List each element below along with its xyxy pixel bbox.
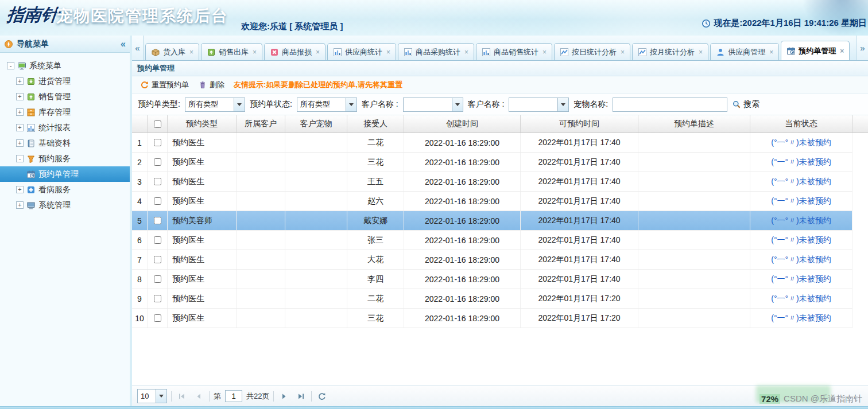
table-row-10[interactable]: 10预约医生三花2022-01-16 18:29:002022年01月17日 1… bbox=[132, 309, 852, 328]
page-size-combobox[interactable]: 10 bbox=[137, 389, 167, 403]
tab-close-icon[interactable]: × bbox=[769, 48, 773, 56]
clock-area: 现在是:2022年1月16日 19:41:26 星期日 bbox=[702, 18, 867, 29]
tab-close-icon[interactable]: × bbox=[699, 48, 703, 56]
tree-item-reports[interactable]: +统计报表 bbox=[0, 120, 130, 135]
tab-scroll-right-button[interactable]: » bbox=[857, 36, 868, 60]
row-checkbox[interactable] bbox=[154, 256, 161, 263]
reset-icon bbox=[140, 80, 149, 89]
collapse-sidebar-button[interactable]: « bbox=[121, 39, 126, 49]
tree-item-sales[interactable]: +销售管理 bbox=[0, 89, 130, 104]
tab-close-icon[interactable]: × bbox=[542, 48, 547, 56]
tree-item-purchase[interactable]: +进货管理 bbox=[0, 73, 130, 89]
row-checkbox[interactable] bbox=[154, 197, 161, 205]
search-button[interactable]: 搜索 bbox=[732, 99, 760, 110]
table-row-6[interactable]: 6预约医生张三2022-01-16 18:29:002022年01月17日 17… bbox=[132, 231, 852, 250]
tab-close-icon[interactable]: × bbox=[386, 48, 390, 56]
tab-9[interactable]: 供应商管理× bbox=[710, 43, 779, 60]
tree-item-system[interactable]: +系统管理 bbox=[0, 197, 130, 213]
funnel-icon bbox=[26, 154, 36, 163]
tab-8[interactable]: 按月统计分析× bbox=[632, 43, 708, 60]
tab-10[interactable]: 预约单管理× bbox=[781, 41, 850, 60]
table-row-7[interactable]: 7预约医生大花2022-01-16 18:29:002022年01月17日 17… bbox=[132, 250, 852, 270]
tab-3[interactable]: 商品报损× bbox=[264, 43, 326, 60]
cell-rownum: 5 bbox=[132, 211, 148, 230]
system-icon bbox=[26, 201, 36, 210]
watermark: 72% CSDN @乐道指南针 bbox=[760, 394, 862, 404]
tree-toggle-icon[interactable]: + bbox=[16, 124, 24, 131]
tree-toggle-icon[interactable]: + bbox=[16, 108, 24, 116]
tab-1[interactable]: 货入库× bbox=[145, 43, 199, 60]
combo-arrow-icon[interactable] bbox=[452, 98, 463, 111]
row-checkbox[interactable] bbox=[154, 314, 161, 322]
customer-name-2-combobox[interactable] bbox=[509, 98, 569, 112]
pet-name-input[interactable] bbox=[613, 98, 727, 112]
tree-toggle-icon[interactable]: - bbox=[16, 155, 24, 162]
table-row-8[interactable]: 8预约医生李四2022-01-16 18:29:002022年01月17日 17… bbox=[132, 270, 852, 289]
delete-button[interactable]: 删除 bbox=[195, 79, 228, 91]
tree-item-clinic[interactable]: +看病服务 bbox=[0, 182, 130, 197]
next-page-button[interactable] bbox=[278, 390, 290, 403]
prev-page-button[interactable] bbox=[192, 390, 205, 403]
tab-scroll-left-button[interactable]: « bbox=[132, 36, 144, 60]
table-row-5[interactable]: 5预约美容师戴安娜2022-01-16 18:29:002022年01月17日 … bbox=[132, 211, 852, 231]
tree-toggle-icon[interactable]: + bbox=[16, 93, 24, 100]
tab-close-icon[interactable]: × bbox=[316, 48, 320, 56]
row-checkbox[interactable] bbox=[154, 178, 161, 185]
table-row-4[interactable]: 4预约医生赵六2022-01-16 18:29:002022年01月17日 17… bbox=[132, 192, 852, 211]
booking-type-combobox[interactable]: 所有类型 bbox=[185, 98, 245, 112]
tab-2[interactable]: 销售出库× bbox=[201, 43, 262, 60]
tree-item-inventory[interactable]: +库存管理 bbox=[0, 104, 130, 120]
table-row-3[interactable]: 3预约医生王五2022-01-16 18:29:002022年01月17日 17… bbox=[132, 172, 852, 192]
combo-arrow-icon[interactable] bbox=[346, 98, 356, 111]
filter-label-customer-name-1: 客户名称 : bbox=[362, 99, 398, 110]
tree-toggle-icon[interactable]: + bbox=[16, 186, 24, 193]
tree-toggle-icon[interactable]: + bbox=[16, 77, 24, 85]
column-header-pet: 客户宠物 bbox=[285, 115, 347, 133]
tree-item-booking[interactable]: -预约服务 bbox=[0, 151, 130, 166]
tab-4[interactable]: 供应商统计× bbox=[327, 43, 396, 60]
column-header-available: 可预约时间 bbox=[521, 115, 638, 133]
table-row-1[interactable]: 1预约医生二花2022-01-16 18:29:002022年01月17日 17… bbox=[132, 133, 852, 153]
cell-customer bbox=[237, 231, 285, 250]
tab-close-icon[interactable]: × bbox=[464, 48, 468, 56]
refresh-button[interactable] bbox=[316, 390, 328, 403]
row-checkbox[interactable] bbox=[154, 295, 161, 302]
tab-close-icon[interactable]: × bbox=[253, 48, 257, 56]
reset-booking-button[interactable]: 重置预约单 bbox=[137, 79, 192, 91]
tree-toggle-icon[interactable]: - bbox=[7, 62, 14, 69]
tab-7[interactable]: 按日统计分析× bbox=[554, 43, 630, 60]
customer-name-1-combobox[interactable] bbox=[403, 98, 463, 112]
row-checkbox[interactable] bbox=[154, 217, 161, 224]
tab-6[interactable]: 商品销售统计× bbox=[476, 43, 552, 60]
tab-close-icon[interactable]: × bbox=[189, 48, 193, 56]
row-checkbox[interactable] bbox=[154, 236, 161, 244]
tab-5[interactable]: 商品采购统计× bbox=[398, 43, 474, 60]
tree-item-label: 统计报表 bbox=[38, 123, 71, 133]
tree-item-booking-orders[interactable]: 预约单管理 bbox=[0, 166, 130, 182]
page-number-input[interactable] bbox=[225, 390, 242, 402]
cell-type: 预约医生 bbox=[168, 309, 237, 328]
filter-label-pet-name: 宠物名称: bbox=[574, 99, 608, 110]
tree-toggle-icon[interactable]: + bbox=[16, 201, 24, 209]
row-checkbox[interactable] bbox=[154, 139, 161, 146]
table-row-9[interactable]: 9预约医生二花2022-01-16 18:29:002022年01月17日 17… bbox=[132, 289, 852, 309]
table-row-2[interactable]: 2预约医生三花2022-01-16 18:29:002022年01月17日 17… bbox=[132, 153, 852, 172]
row-checkbox[interactable] bbox=[154, 158, 161, 166]
first-page-button[interactable] bbox=[176, 390, 188, 403]
tree-item-label: 销售管理 bbox=[38, 92, 71, 102]
column-header-select[interactable] bbox=[148, 115, 168, 133]
tab-close-icon[interactable]: × bbox=[840, 47, 844, 55]
row-checkbox[interactable] bbox=[154, 275, 161, 283]
combo-arrow-icon[interactable] bbox=[557, 98, 568, 111]
last-page-button[interactable] bbox=[294, 390, 307, 403]
select-all-checkbox[interactable] bbox=[154, 120, 161, 128]
combo-arrow-icon[interactable] bbox=[234, 98, 245, 111]
tab-close-icon[interactable]: × bbox=[621, 48, 625, 56]
tree-item-label: 库存管理 bbox=[38, 107, 71, 118]
tree-item-basic-data[interactable]: +基础资料 bbox=[0, 135, 130, 151]
cell-rownum: 9 bbox=[132, 289, 148, 308]
combo-arrow-icon[interactable] bbox=[156, 389, 166, 403]
booking-status-combobox[interactable]: 所有类型 bbox=[297, 98, 357, 112]
tree-toggle-icon[interactable]: + bbox=[16, 139, 24, 147]
tree-item-system-menu[interactable]: -系统菜单 bbox=[0, 58, 130, 73]
